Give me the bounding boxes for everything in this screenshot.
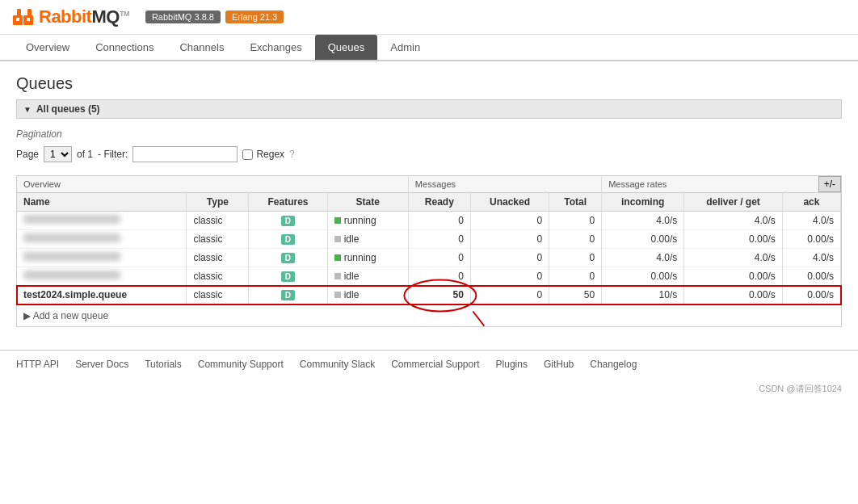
version-badges: RabbitMQ 3.8.8 Erlang 21.3 — [145, 10, 284, 23]
queue-deliver-get-cell: 4.0/s — [684, 249, 783, 267]
footer-link-http-api[interactable]: HTTP API — [16, 359, 59, 370]
regex-checkbox[interactable] — [242, 149, 253, 160]
queue-total-cell: 0 — [549, 212, 602, 230]
queue-name-cell — [17, 267, 187, 286]
table-row[interactable]: classicDidle0000.00/s0.00/s0.00/s — [17, 230, 841, 249]
nav-channels[interactable]: Channels — [166, 35, 237, 60]
table-row[interactable]: classicDidle0000.00/s0.00/s0.00/s — [17, 267, 841, 286]
nav-overview[interactable]: Overview — [13, 35, 82, 60]
queue-ack-cell: 4.0/s — [782, 212, 840, 230]
table-row[interactable]: test2024.simple.queueclassicDidle5005010… — [17, 286, 841, 304]
queue-ready-cell: 0 — [408, 230, 470, 249]
page-content: Queues ▼ All queues (5) Pagination Page … — [0, 61, 858, 350]
group-header-overview: Overview — [17, 176, 408, 193]
header: RabbitMQTM RabbitMQ 3.8.8 Erlang 21.3 — [0, 0, 858, 35]
queue-name-cell — [17, 230, 187, 249]
nav-admin[interactable]: Admin — [377, 35, 433, 60]
queue-incoming-cell: 0.00/s — [602, 267, 684, 286]
plus-minus-button[interactable]: +/- — [818, 176, 841, 192]
section-header[interactable]: ▼ All queues (5) — [16, 99, 842, 119]
group-header-messages: Messages — [408, 176, 601, 193]
nav-queues[interactable]: Queues — [315, 35, 378, 60]
add-queue-link[interactable]: ▶ Add a new queue — [23, 310, 835, 321]
watermark: CSDN @请回答1024 — [0, 378, 858, 400]
queue-ack-cell: 0.00/s — [782, 230, 840, 249]
queue-deliver-get-cell: 0.00/s — [684, 267, 783, 286]
footer-link-community-slack[interactable]: Community Slack — [300, 359, 375, 370]
footer-link-github[interactable]: GitHub — [544, 359, 574, 370]
queue-type-cell: classic — [187, 267, 249, 286]
queue-ready-cell: 0 — [408, 267, 470, 286]
queue-ack-cell: 4.0/s — [782, 249, 840, 267]
filter-input[interactable] — [132, 146, 238, 162]
svg-rect-4 — [16, 18, 19, 21]
queue-feature-cell: D — [249, 212, 327, 230]
question-mark[interactable]: ? — [289, 149, 295, 160]
section-label: All queues (5) — [36, 103, 100, 115]
queue-type-cell: classic — [187, 230, 249, 249]
logo: RabbitMQTM — [13, 6, 129, 27]
queue-name-cell — [17, 212, 187, 230]
footer-link-community-support[interactable]: Community Support — [198, 359, 284, 370]
group-header-rates: Message rates — [602, 176, 841, 193]
footer-link-tutorials[interactable]: Tutorials — [145, 359, 182, 370]
table-row[interactable]: classicDrunning0004.0/s4.0/s4.0/s — [17, 212, 841, 230]
col-header-features: Features — [249, 193, 327, 212]
logo-rabbit-icon — [13, 9, 36, 25]
queue-feature-cell: D — [249, 286, 327, 304]
queue-deliver-get-cell: 0.00/s — [684, 230, 783, 249]
footer-link-changelog[interactable]: Changelog — [590, 359, 637, 370]
filter-label: - Filter: — [98, 149, 128, 160]
regex-label: Regex — [242, 149, 284, 160]
footer-link-plugins[interactable]: Plugins — [496, 359, 528, 370]
queue-type-cell: classic — [187, 212, 249, 230]
rabbitmq-version-badge: RabbitMQ 3.8.8 — [145, 10, 221, 23]
col-header-ack: ack — [782, 193, 840, 212]
svg-rect-2 — [17, 9, 21, 16]
queue-type-cell: classic — [187, 249, 249, 267]
queue-ready-cell: 0 — [408, 212, 470, 230]
queue-state-cell: idle — [327, 286, 408, 304]
queue-state-cell: running — [327, 249, 408, 267]
col-header-state: State — [327, 193, 408, 212]
pagination-label: Pagination — [16, 128, 842, 140]
add-queue-label: ▶ Add a new queue — [23, 310, 108, 321]
add-queue-row: ▶ Add a new queue — [17, 304, 841, 326]
page-title: Queues — [16, 74, 842, 93]
queue-state-cell: idle — [327, 267, 408, 286]
queue-incoming-cell: 4.0/s — [602, 212, 684, 230]
table-row[interactable]: classicDrunning0004.0/s4.0/s4.0/s — [17, 249, 841, 267]
col-header-total: Total — [549, 193, 602, 212]
queue-total-cell: 0 — [549, 230, 602, 249]
queue-ready-cell: 0 — [408, 249, 470, 267]
col-header-deliver-get: deliver / get — [684, 193, 783, 212]
logo-brand-text: RabbitMQTM — [39, 6, 129, 27]
nav-exchanges[interactable]: Exchanges — [237, 35, 314, 60]
queue-ack-cell: 0.00/s — [782, 267, 840, 286]
col-header-incoming: incoming — [602, 193, 684, 212]
queues-table: Overview Messages Message rates Name Typ… — [17, 176, 841, 304]
toggle-arrow-icon: ▼ — [23, 105, 32, 114]
of-label: of 1 — [77, 149, 93, 160]
queue-incoming-cell: 10/s — [602, 286, 684, 304]
queues-table-wrapper: +/- Overview Messages Message rates Name… — [16, 175, 842, 327]
logo-tm: TM — [120, 10, 129, 18]
queue-incoming-cell: 0.00/s — [602, 230, 684, 249]
queue-deliver-get-cell: 0.00/s — [684, 286, 783, 304]
col-header-name: Name — [17, 193, 187, 212]
queue-ack-cell: 0.00/s — [782, 286, 840, 304]
queue-feature-cell: D — [249, 267, 327, 286]
svg-rect-5 — [27, 18, 30, 21]
svg-rect-3 — [27, 9, 32, 16]
queue-unacked-cell: 0 — [470, 286, 549, 304]
queue-unacked-cell: 0 — [470, 230, 549, 249]
queue-unacked-cell: 0 — [470, 267, 549, 286]
nav-connections[interactable]: Connections — [82, 35, 166, 60]
queue-unacked-cell: 0 — [470, 249, 549, 267]
queue-total-cell: 0 — [549, 267, 602, 286]
queue-total-cell: 0 — [549, 249, 602, 267]
footer-link-server-docs[interactable]: Server Docs — [75, 359, 128, 370]
footer-link-commercial-support[interactable]: Commercial Support — [391, 359, 479, 370]
page-select[interactable]: 1 — [44, 146, 72, 162]
queue-feature-cell: D — [249, 230, 327, 249]
